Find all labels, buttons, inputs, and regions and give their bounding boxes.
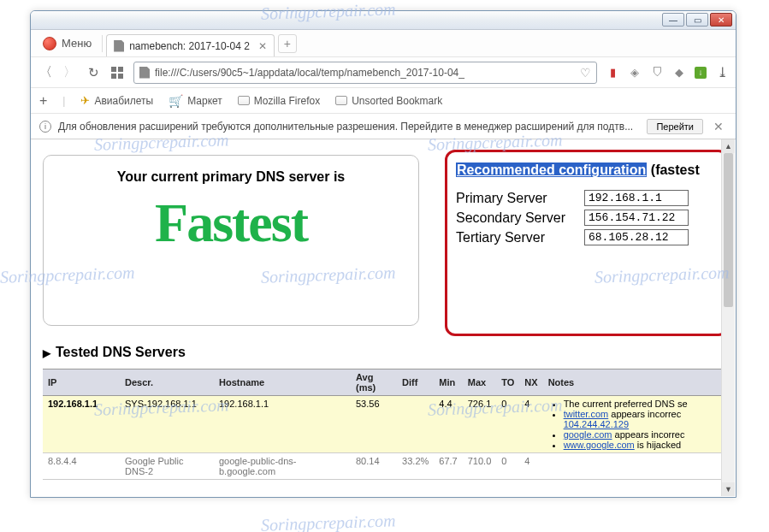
cell-descr: SYS-192.168.1.1 — [120, 396, 214, 453]
cart-icon: 🛒 — [169, 94, 183, 108]
back-button[interactable]: 〈 — [38, 65, 53, 80]
maximize-button[interactable]: ▭ — [686, 13, 708, 27]
watermark: Soringpcrepair.com — [261, 511, 396, 532]
note-item: google.com appears incorrec — [564, 429, 722, 440]
bookmark-label: Маркет — [187, 95, 222, 107]
recommended-table: Primary Server 192.168.1.1 Secondary Ser… — [456, 190, 718, 245]
dns-servers-table: IP Descr. Hostname Avg (ms) Diff Min Max… — [43, 369, 727, 480]
cell-notes: The current preferred DNS se twitter.com… — [543, 396, 727, 453]
rec-value[interactable]: 68.105.28.12 — [584, 229, 689, 245]
col-hostname: Hostname — [214, 369, 351, 396]
note-item: www.google.com is hijacked — [564, 440, 722, 450]
file-icon — [114, 40, 124, 52]
col-descr: Descr. — [120, 369, 214, 396]
table-row: 192.168.1.1 SYS-192.168.1.1 192.168.1.1 … — [43, 396, 727, 453]
bookmark-unsorted[interactable]: Unsorted Bookmark — [335, 95, 442, 107]
recommended-title-highlight: Recommended configuration — [456, 163, 647, 177]
rec-value[interactable]: 192.168.1.1 — [584, 190, 689, 206]
address-bar-row: 〈 〉 ↻ file:///C:/users/90c5~1/appdata/lo… — [31, 57, 736, 88]
bookmark-aviabilety[interactable]: ✈Авиабилеты — [80, 94, 153, 107]
primary-status: Fastest — [44, 192, 418, 255]
rec-value[interactable]: 156.154.71.22 — [584, 210, 689, 226]
add-bookmark-button[interactable]: + — [39, 93, 47, 109]
scroll-down-button[interactable]: ▼ — [722, 482, 735, 496]
url-text: file:///C:/users/90c5~1/appdata/local/te… — [155, 67, 575, 79]
close-window-button[interactable]: ✕ — [710, 13, 732, 27]
note-item: The current preferred DNS se — [564, 399, 722, 409]
note-link[interactable]: www.google.com — [564, 440, 635, 450]
extension-icon-4[interactable]: ◆ — [672, 66, 686, 80]
note-link[interactable]: google.com — [564, 429, 612, 440]
bookmark-label: Unsorted Bookmark — [352, 95, 442, 107]
browser-tab[interactable]: namebench: 2017-10-04 2 ✕ — [106, 34, 275, 56]
col-diff: Diff — [397, 369, 434, 396]
divider: | — [62, 95, 65, 107]
primary-heading: Your current primary DNS server is — [44, 169, 418, 185]
rec-label: Primary Server — [456, 191, 584, 206]
cell-min: 4.4 — [434, 396, 462, 453]
divider — [102, 35, 103, 52]
speed-dial-button[interactable] — [109, 65, 125, 80]
cell-to: 0 — [496, 453, 519, 480]
bookmark-market[interactable]: 🛒Маркет — [169, 94, 222, 108]
tested-servers-heading[interactable]: Tested DNS Servers — [43, 345, 186, 360]
folder-icon — [335, 96, 347, 105]
downloads-button[interactable]: ⤓ — [715, 66, 729, 80]
col-notes: Notes — [543, 369, 727, 396]
notification-go-button[interactable]: Перейти — [647, 119, 703, 134]
cell-notes — [543, 453, 727, 480]
bookmark-mozilla[interactable]: Mozilla Firefox — [238, 95, 320, 107]
scroll-up-button[interactable]: ▲ — [722, 139, 735, 153]
window-titlebar: — ▭ ✕ — [31, 11, 736, 30]
cell-to: 0 — [496, 396, 519, 453]
col-nx: NX — [519, 369, 542, 396]
reload-button[interactable]: ↻ — [86, 65, 101, 80]
tab-title: namebench: 2017-10-04 2 — [129, 40, 250, 52]
browser-window: — ▭ ✕ Меню namebench: 2017-10-04 2 ✕ + 〈… — [30, 10, 736, 498]
rec-label: Secondary Server — [456, 210, 584, 226]
minimize-button[interactable]: — — [662, 13, 684, 27]
forward-button[interactable]: 〉 — [62, 65, 77, 80]
extension-icon-2[interactable]: ◈ — [628, 66, 642, 80]
primary-dns-panel: Your current primary DNS server is Faste… — [43, 155, 419, 326]
opera-menu-button[interactable]: Меню — [36, 35, 98, 52]
menu-label: Меню — [62, 37, 92, 50]
dismiss-notification-button[interactable]: ✕ — [710, 120, 727, 133]
col-min: Min — [434, 369, 462, 396]
cell-diff — [397, 396, 434, 453]
close-tab-button[interactable]: ✕ — [258, 40, 267, 52]
vertical-scrollbar[interactable]: ▲ ▼ — [721, 139, 735, 496]
note-item: twitter.com appears incorrec 104.244.42.… — [564, 409, 722, 429]
folder-icon — [238, 96, 250, 105]
cell-descr: Google Public DNS-2 — [120, 453, 214, 480]
cell-ip: 8.8.4.4 — [43, 453, 120, 480]
opera-logo-icon — [43, 37, 56, 50]
extension-icon-5[interactable]: ↓ — [695, 67, 707, 79]
cell-diff: 33.2% — [397, 453, 434, 480]
extension-icon-1[interactable]: ▮ — [606, 66, 619, 80]
recommended-row-primary: Primary Server 192.168.1.1 — [456, 190, 718, 206]
notification-text: Для обновления расширений требуются допо… — [58, 121, 640, 133]
bookmark-label: Авиабилеты — [94, 95, 153, 107]
cell-nx: 4 — [519, 453, 542, 480]
address-bar[interactable]: file:///C:/users/90c5~1/appdata/local/te… — [133, 62, 597, 84]
cell-avg: 80.14 — [351, 453, 397, 480]
col-to: TO — [496, 369, 519, 396]
new-tab-button[interactable]: + — [278, 34, 297, 53]
extension-icon-3[interactable]: ⛉ — [650, 66, 664, 80]
tab-strip: Меню namebench: 2017-10-04 2 ✕ + — [31, 30, 736, 57]
bookmark-heart-icon[interactable]: ♡ — [580, 66, 591, 80]
recommended-row-secondary: Secondary Server 156.154.71.22 — [456, 210, 718, 226]
scroll-thumb[interactable] — [724, 153, 733, 307]
col-max: Max — [463, 369, 497, 396]
cell-hostname: 192.168.1.1 — [214, 396, 351, 453]
page-content: Your current primary DNS server is Faste… — [31, 139, 736, 497]
bookmarks-bar: + | ✈Авиабилеты 🛒Маркет Mozilla Firefox … — [31, 88, 736, 114]
notification-bar: i Для обновления расширений требуются до… — [31, 114, 736, 139]
cell-max: 710.0 — [463, 453, 497, 480]
note-link[interactable]: 104.244.42.129 — [564, 419, 629, 429]
table-row: 8.8.4.4 Google Public DNS-2 google-publi… — [43, 453, 727, 480]
col-ip: IP — [43, 369, 120, 396]
note-link[interactable]: twitter.com — [564, 409, 609, 419]
cell-ip: 192.168.1.1 — [43, 396, 120, 453]
